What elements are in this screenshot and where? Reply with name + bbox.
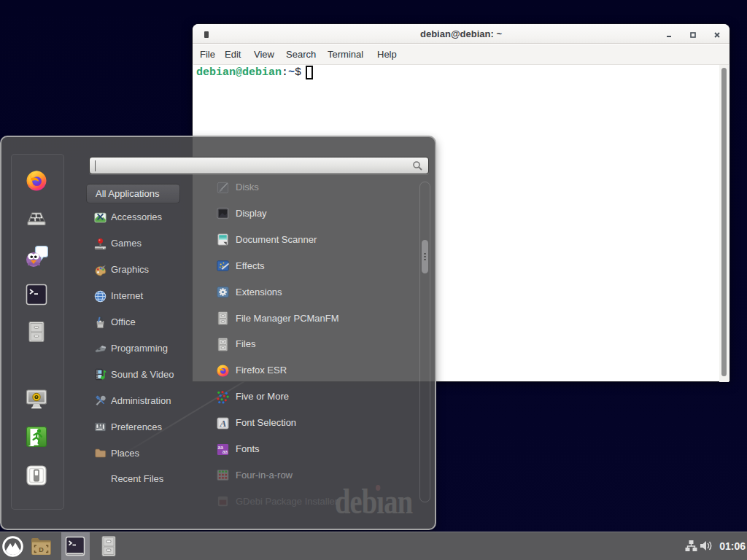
svg-text:A: A <box>220 418 227 429</box>
svg-text:D: D <box>39 546 44 553</box>
svg-text:aa: aa <box>222 449 228 454</box>
